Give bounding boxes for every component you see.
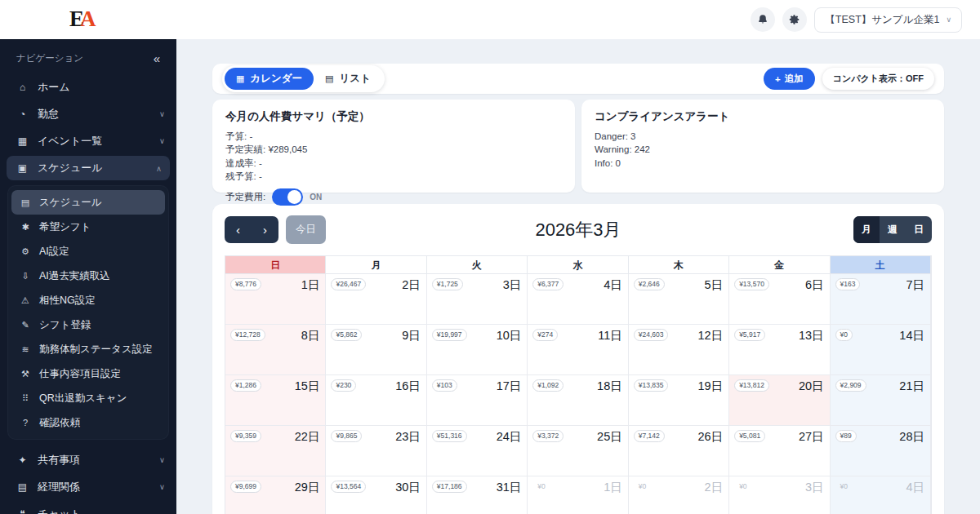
day-number: 2日 bbox=[402, 277, 421, 293]
sidebar-item-スケジュール[interactable]: ▣スケジュール∧ bbox=[7, 156, 170, 180]
calendar-cell-7日[interactable]: ¥1637日 bbox=[831, 274, 931, 325]
calendar-cell-6日[interactable]: ¥13,5706日 bbox=[729, 274, 830, 325]
sidebar-item-ホーム[interactable]: ⌂ホーム bbox=[0, 73, 176, 100]
tab-リスト[interactable]: ▤リスト bbox=[314, 68, 382, 90]
sidebar-item-イベント一覧[interactable]: ▦イベント一覧∨ bbox=[0, 127, 176, 154]
calendar-cell-29日[interactable]: ¥9,69929日 bbox=[225, 476, 326, 514]
sidebar-item-AI過去実績取込[interactable]: ⇩AI過去実績取込 bbox=[11, 264, 165, 288]
sidebar-item-共有事項[interactable]: ✦共有事項∨ bbox=[0, 446, 176, 473]
sidebar-item-AI設定[interactable]: ⚙AI設定 bbox=[11, 239, 165, 264]
sidebar-item-相性NG設定[interactable]: ⚠相性NG設定 bbox=[11, 288, 165, 312]
calendar-cell-13日[interactable]: ¥5,91713日 bbox=[729, 325, 830, 375]
calendar-cell-25日[interactable]: ¥3,37225日 bbox=[528, 426, 628, 476]
calendar-cell-14日[interactable]: ¥014日 bbox=[831, 325, 931, 375]
calendar-cell-1日[interactable]: ¥8,7761日 bbox=[225, 274, 326, 325]
calendar-cell-9日[interactable]: ¥5,8629日 bbox=[326, 325, 426, 375]
sidebar-item-スケジュール[interactable]: ▤スケジュール bbox=[11, 190, 165, 215]
chevron-down-icon: ∨ bbox=[946, 16, 951, 24]
calendar-cell-2日[interactable]: ¥02日 bbox=[629, 476, 729, 514]
day-number: 21日 bbox=[899, 379, 924, 394]
sidebar-item-チャット[interactable]: ❝チャット bbox=[0, 500, 176, 514]
add-button[interactable]: + 追加 bbox=[764, 68, 815, 90]
calendar-cell-31日[interactable]: ¥17,18631日 bbox=[427, 476, 528, 514]
cost-badge: ¥24,603 bbox=[634, 329, 669, 341]
chevron-icon: ∨ bbox=[159, 136, 165, 145]
day-number: 1日 bbox=[604, 480, 622, 495]
compliance-rows: Danger: 3Warning: 242Info: 0 bbox=[595, 130, 931, 170]
sidebar-item-シフト登録[interactable]: ✎シフト登録 bbox=[11, 312, 165, 337]
day-number: 15日 bbox=[295, 379, 320, 394]
calendar-cell-21日[interactable]: ¥2,90921日 bbox=[831, 375, 931, 426]
company-selector[interactable]: 【TEST】サンプル企業1 ∨ bbox=[814, 7, 962, 33]
sidebar: ナビゲーション « ⌂ホーム◔勤怠∨▦イベント一覧∨▣スケジュール∧ ▤スケジュ… bbox=[0, 39, 176, 514]
sidebar-item-label: ホーム bbox=[38, 80, 165, 95]
cost-badge: ¥1,092 bbox=[532, 379, 564, 392]
day-number: 25日 bbox=[597, 429, 622, 445]
calendar-cell-1日[interactable]: ¥01日 bbox=[528, 476, 628, 514]
calendar-cell-27日[interactable]: ¥5,08127日 bbox=[729, 426, 830, 476]
calendar-cell-18日[interactable]: ¥1,09218日 bbox=[528, 375, 628, 426]
tab-カレンダー[interactable]: ▦カレンダー bbox=[225, 68, 314, 90]
calendar-cell-16日[interactable]: ¥23016日 bbox=[326, 375, 426, 426]
cost-badge: ¥13,812 bbox=[734, 379, 769, 392]
calendar-cell-3日[interactable]: ¥1,7253日 bbox=[427, 274, 528, 325]
view-button-月[interactable]: 月 bbox=[853, 216, 880, 243]
schedule-icon: ▣ bbox=[16, 162, 29, 174]
view-toolbar: ▦カレンダー▤リスト + 追加 コンパクト表示：OFF bbox=[212, 64, 944, 94]
sidebar-item-確認依頼[interactable]: ?確認依頼 bbox=[11, 410, 165, 435]
calendar-cell-17日[interactable]: ¥10317日 bbox=[427, 375, 528, 426]
cost-badge: ¥13,564 bbox=[331, 481, 366, 493]
sidebar-collapse-icon[interactable]: « bbox=[154, 51, 160, 65]
planned-cost-toggle-label: 予定費用: bbox=[225, 191, 265, 203]
calendar-cell-24日[interactable]: ¥51,31624日 bbox=[427, 426, 528, 476]
notification-bell-icon[interactable] bbox=[751, 7, 775, 32]
calendar-card: ‹ › 今日 2026年3月 月週日 日月火水木金土¥8,7761日¥26,46… bbox=[212, 204, 944, 514]
calendar-cell-12日[interactable]: ¥24,60312日 bbox=[629, 325, 729, 375]
planned-cost-toggle[interactable] bbox=[272, 188, 303, 206]
calendar-cell-4日[interactable]: ¥04日 bbox=[831, 476, 931, 514]
payroll-card-title: 今月の人件費サマリ（予定） bbox=[225, 109, 562, 124]
calendar-cell-20日[interactable]: ¥13,81220日 bbox=[729, 375, 830, 426]
day-number: 17日 bbox=[497, 379, 522, 394]
calendar-cell-4日[interactable]: ¥6,3774日 bbox=[528, 274, 628, 325]
calendar-cell-15日[interactable]: ¥1,28615日 bbox=[225, 375, 326, 426]
calendar-cell-5日[interactable]: ¥2,6465日 bbox=[629, 274, 729, 325]
sidebar-item-label: 仕事内容項目設定 bbox=[39, 367, 121, 381]
calendar-cell-23日[interactable]: ¥9,86523日 bbox=[326, 426, 426, 476]
calendar-cell-8日[interactable]: ¥12,7288日 bbox=[225, 325, 326, 375]
sidebar-item-QR出退勤スキャン[interactable]: ⠿QR出退勤スキャン bbox=[11, 386, 165, 410]
card-stat-Danger: Danger: 3 bbox=[595, 130, 931, 143]
day-number: 10日 bbox=[497, 328, 522, 343]
calendar-cell-26日[interactable]: ¥7,14226日 bbox=[629, 426, 729, 476]
toggle-state-text: ON bbox=[310, 193, 322, 202]
calendar-cell-10日[interactable]: ¥19,99710日 bbox=[427, 325, 528, 375]
day-number: 3日 bbox=[503, 277, 522, 293]
view-button-日[interactable]: 日 bbox=[906, 216, 932, 243]
sidebar-item-仕事内容項目設定[interactable]: ⚒仕事内容項目設定 bbox=[11, 361, 165, 386]
sidebar-item-勤務体制ステータス設定[interactable]: ≋勤務体制ステータス設定 bbox=[11, 337, 165, 361]
sidebar-item-経理関係[interactable]: ▤経理関係∨ bbox=[0, 473, 176, 500]
calendar-cell-2日[interactable]: ¥26,4672日 bbox=[326, 274, 426, 325]
calendar-cell-19日[interactable]: ¥13,83519日 bbox=[629, 375, 729, 426]
settings-gear-icon[interactable] bbox=[782, 7, 807, 32]
compact-toggle-button[interactable]: コンパクト表示：OFF bbox=[822, 68, 934, 90]
calendar-cell-28日[interactable]: ¥8928日 bbox=[831, 426, 931, 476]
sidebar-item-勤怠[interactable]: ◔勤怠∨ bbox=[0, 100, 176, 127]
calendar-icon: ▦ bbox=[236, 73, 244, 84]
cost-badge: ¥5,862 bbox=[331, 329, 362, 341]
day-header-日: 日 bbox=[225, 256, 326, 274]
calendar-cell-3日[interactable]: ¥03日 bbox=[729, 476, 830, 514]
sidebar-item-label: 勤怠 bbox=[38, 107, 150, 122]
chat-icon: ❝ bbox=[16, 508, 29, 514]
calendar-cell-30日[interactable]: ¥13,56430日 bbox=[326, 476, 426, 514]
cost-badge: ¥8,776 bbox=[230, 278, 261, 290]
view-button-週[interactable]: 週 bbox=[880, 216, 906, 243]
sidebar-item-label: チャット bbox=[38, 507, 165, 514]
chevron-icon: ∧ bbox=[156, 164, 162, 173]
calendar-cell-11日[interactable]: ¥27411日 bbox=[528, 325, 628, 375]
chevron-icon: ∨ bbox=[159, 482, 165, 491]
calendar-cell-22日[interactable]: ¥9,35922日 bbox=[225, 426, 326, 476]
cost-badge: ¥5,917 bbox=[734, 329, 765, 341]
sidebar-item-希望シフト[interactable]: ✱希望シフト bbox=[11, 215, 165, 239]
sidebar-item-label: 希望シフト bbox=[39, 220, 91, 234]
